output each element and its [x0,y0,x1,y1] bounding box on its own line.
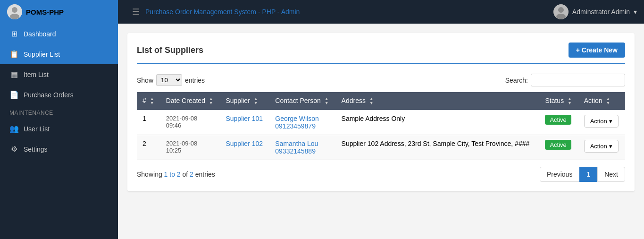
sort-icon-num: ▲▼ [150,97,154,105]
app-title: Purchase Order Management System - PHP -… [145,8,300,16]
user-list-icon: 👥 [9,124,19,133]
col-date-created[interactable]: Date Created ▲▼ [160,92,220,110]
settings-icon: ⚙ [9,145,19,154]
purchase-orders-icon: 📄 [9,90,19,99]
supplier-link[interactable]: Supplier 101 [226,115,263,122]
cell-status: Active [539,135,578,160]
sort-icon-supplier: ▲▼ [254,97,258,105]
suppliers-table: # ▲▼ Date Created ▲▼ Supplier ▲▼ Contact… [137,92,625,160]
cell-status: Active [539,110,578,135]
card-header: List of Suppliers + Create New [137,43,625,64]
cell-action: Action ▾ [578,110,625,135]
next-button[interactable]: Next [597,167,625,182]
sidebar-item-dashboard[interactable]: ⊞ Dashboard [0,24,118,44]
sort-icon-contact: ▲▼ [325,97,329,105]
showing-text: Showing 1 to 2 of 2 entries [137,171,215,178]
cell-contact: Samantha Lou09332145889 [269,135,335,160]
show-label: Show [137,77,153,84]
sidebar-item-label: Item List [24,71,49,78]
svg-point-4 [558,7,564,13]
page-1-button[interactable]: 1 [579,167,597,182]
sidebar-item-settings[interactable]: ⚙ Settings [0,139,118,159]
pagination: Previous 1 Next [540,167,625,182]
svg-point-1 [12,7,17,13]
brand-avatar [7,4,22,19]
cell-date: 2021-09-0810:25 [160,135,220,160]
cell-address: Sample Address Only [336,110,540,135]
navbar-right: Adminstrator Admin ▾ [553,4,637,19]
supplier-link[interactable]: Supplier 102 [226,140,263,147]
sidebar-item-user-list[interactable]: 👥 User List [0,119,118,139]
sort-icon-date: ▲▼ [209,97,213,105]
cell-address: Supplier 102 Address, 23rd St, Sample Ci… [336,135,540,160]
sidebar-item-label: Settings [24,145,48,153]
navbar-left: ☰ Purchase Order Management System - PHP… [125,7,300,17]
sidebar-item-label: Dashboard [24,30,56,38]
status-badge: Active [545,115,571,125]
dashboard-icon: ⊞ [9,29,19,38]
create-new-button[interactable]: + Create New [569,43,625,58]
supplier-list-icon: 📋 [9,50,19,59]
col-num[interactable]: # ▲▼ [137,92,160,110]
action-dropdown-icon: ▾ [609,143,612,150]
action-button[interactable]: Action ▾ [584,140,619,153]
maintenance-section-title: Maintenance [0,105,118,119]
entries-label: entries [185,77,205,84]
sidebar-item-label: Purchase Orders [24,91,74,99]
sort-icon-address: ▲▼ [369,97,374,105]
cell-num: 2 [137,135,160,160]
cell-action: Action ▾ [578,135,625,160]
admin-name: Adminstrator Admin [572,8,630,16]
brand-name: POMS-PHP [26,8,64,16]
col-address[interactable]: Address ▲▼ [336,92,540,110]
sidebar-item-purchase-orders[interactable]: 📄 Purchase Orders [0,85,118,105]
cell-supplier: Supplier 102 [220,135,269,160]
col-action[interactable]: Action ▲▼ [578,92,625,110]
top-navbar: ☰ Purchase Order Management System - PHP… [118,0,644,24]
action-button[interactable]: Action ▾ [584,115,619,128]
table-controls: Show 10 25 50 100 entries Search: [137,74,625,86]
page-title: List of Suppliers [137,45,203,55]
status-badge: Active [545,140,571,150]
svg-point-2 [10,14,19,19]
content-card: List of Suppliers + Create New Show 10 2… [127,33,635,191]
brand-logo: POMS-PHP [0,0,118,24]
cell-date: 2021-09-0809:46 [160,110,220,135]
search-box: Search: [505,74,625,86]
sidebar-item-label: Supplier List [24,51,60,58]
cell-num: 1 [137,110,160,135]
col-contact-person[interactable]: Contact Person ▲▼ [269,92,335,110]
admin-dropdown-icon[interactable]: ▾ [634,8,637,16]
main-content: List of Suppliers + Create New Show 10 2… [118,24,644,239]
search-input[interactable] [531,74,625,86]
search-label: Search: [505,77,528,84]
entries-select[interactable]: 10 25 50 100 [156,74,182,86]
table-row: 2 2021-09-0810:25 Supplier 102 Samantha … [137,135,625,160]
show-entries: Show 10 25 50 100 entries [137,74,205,86]
sort-icon-status: ▲▼ [568,97,572,105]
sidebar-item-label: User List [24,125,50,133]
admin-avatar [553,4,569,19]
previous-button[interactable]: Previous [540,167,579,182]
col-status[interactable]: Status ▲▼ [539,92,578,110]
sidebar: ⊞ Dashboard 📋 Supplier List ▦ Item List … [0,24,118,239]
action-dropdown-icon: ▾ [609,118,612,125]
cell-supplier: Supplier 101 [220,110,269,135]
table-footer: Showing 1 to 2 of 2 entries Previous 1 N… [137,167,625,182]
cell-contact: George Wilson09123459879 [269,110,335,135]
col-supplier[interactable]: Supplier ▲▼ [220,92,269,110]
item-list-icon: ▦ [9,70,19,79]
table-row: 1 2021-09-0809:46 Supplier 101 George Wi… [137,110,625,135]
sidebar-item-supplier-list[interactable]: 📋 Supplier List [0,44,118,64]
sort-icon-action: ▲▼ [606,97,611,105]
svg-point-5 [556,14,566,19]
hamburger-icon[interactable]: ☰ [132,7,140,17]
sidebar-item-item-list[interactable]: ▦ Item List [0,64,118,85]
